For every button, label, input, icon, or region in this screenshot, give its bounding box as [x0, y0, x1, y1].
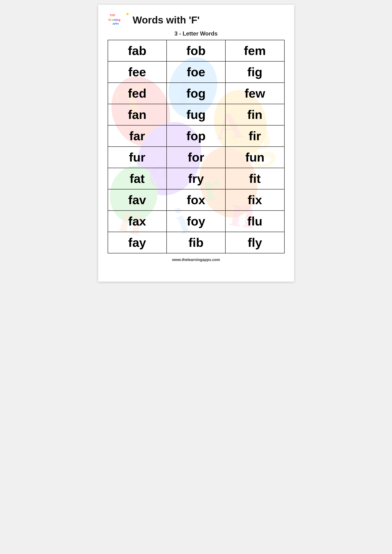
logo: THE learning APPS: [108, 12, 129, 28]
word-cell: fit: [225, 168, 284, 189]
table-row: fatfryfit: [108, 168, 284, 189]
word-table-wrapper: fabfobfemfeefoefigfedfogfewfanfugfinfarf…: [108, 40, 285, 253]
word-cell: fix: [225, 189, 284, 211]
word-cell: foy: [167, 211, 225, 232]
word-table: fabfobfemfeefoefigfedfogfewfanfugfinfarf…: [108, 40, 285, 253]
word-cell: fox: [167, 189, 225, 211]
table-row: feefoefig: [108, 61, 284, 83]
table-row: fabfobfem: [108, 40, 284, 61]
table-row: furforfun: [108, 147, 284, 168]
table-row: fedfogfew: [108, 83, 284, 104]
word-cell: for: [167, 147, 225, 168]
word-cell: fog: [167, 83, 225, 104]
word-cell: fan: [108, 104, 167, 125]
website-text: www.thelearningapps.com: [172, 258, 220, 262]
table-row: fanfugfin: [108, 104, 284, 125]
word-cell: fay: [108, 232, 167, 253]
word-cell: fee: [108, 61, 167, 83]
word-cell: fig: [225, 61, 284, 83]
header: THE learning APPS Words with 'F': [108, 12, 285, 28]
word-cell: fax: [108, 211, 167, 232]
word-cell: fir: [225, 125, 284, 147]
table-row: favfoxfix: [108, 189, 284, 211]
word-cell: fry: [167, 168, 225, 189]
subtitle: 3 - Letter Words: [175, 30, 217, 37]
word-cell: fob: [167, 40, 225, 61]
word-cell: fem: [225, 40, 284, 61]
title-block: Words with 'F': [133, 15, 200, 26]
word-cell: fin: [225, 104, 284, 125]
word-cell: fav: [108, 189, 167, 211]
word-cell: fur: [108, 147, 167, 168]
word-cell: fat: [108, 168, 167, 189]
word-cell: foe: [167, 61, 225, 83]
word-cell: flu: [225, 211, 284, 232]
word-cell: far: [108, 125, 167, 147]
table-row: farfopfir: [108, 125, 284, 147]
svg-text:THE: THE: [110, 14, 115, 17]
subtitle-wrapper: 3 - Letter Words: [108, 30, 285, 37]
main-title: Words with 'F': [133, 15, 200, 26]
word-cell: few: [225, 83, 284, 104]
word-cell: fug: [167, 104, 225, 125]
footer: www.thelearningapps.com: [108, 258, 285, 262]
page: T L A e r n i n g THE learning: [98, 5, 294, 282]
word-cell: fib: [167, 232, 225, 253]
svg-text:APPS: APPS: [112, 22, 119, 25]
word-cell: fed: [108, 83, 167, 104]
table-row: faxfoyflu: [108, 211, 284, 232]
word-cell: fop: [167, 125, 225, 147]
word-cell: fab: [108, 40, 167, 61]
word-cell: fly: [225, 232, 284, 253]
word-cell: fun: [225, 147, 284, 168]
svg-text:learning: learning: [109, 18, 120, 21]
table-row: fayfibfly: [108, 232, 284, 253]
